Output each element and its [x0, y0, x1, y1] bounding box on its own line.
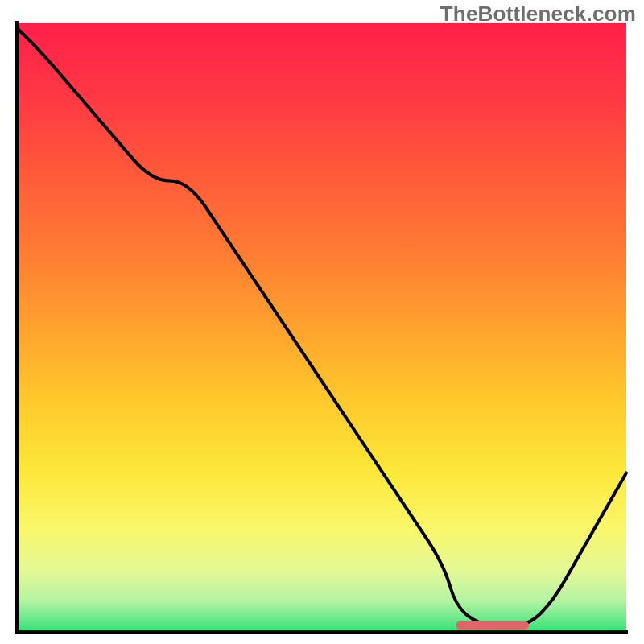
optimal-zone-marker	[456, 621, 529, 630]
chart-svg	[0, 0, 644, 644]
watermark-label: TheBottleneck.com	[440, 2, 636, 27]
chart-container: TheBottleneck.com	[0, 0, 644, 644]
plot-background	[18, 23, 626, 631]
